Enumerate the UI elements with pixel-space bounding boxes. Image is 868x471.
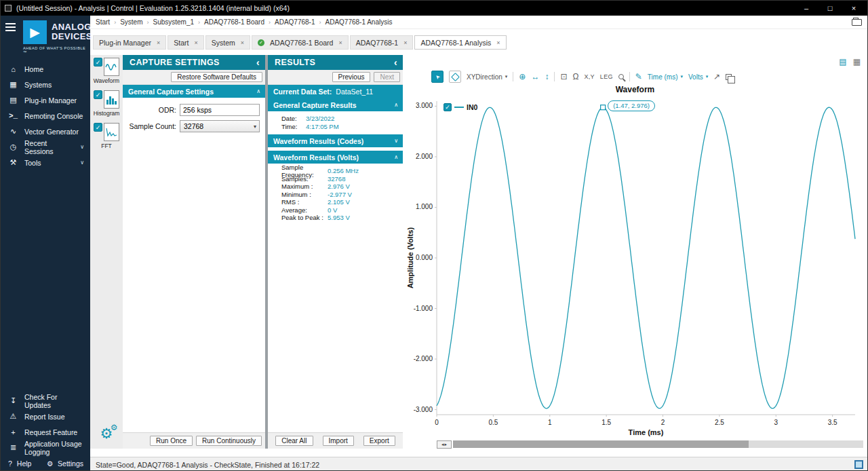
plot-area[interactable]: 3.0002.0001.0000.000-1.000-2.000-3.00000…: [406, 96, 865, 438]
close-icon[interactable]: ×: [338, 39, 342, 46]
tag-tool-button[interactable]: [449, 71, 461, 83]
general-capture-results-section[interactable]: General Capture Results ∧: [268, 98, 403, 111]
fit-view-icon[interactable]: ⊡: [560, 72, 567, 81]
pointer-tool-button[interactable]: ➤: [431, 71, 443, 83]
tool-histogram[interactable]: ✓ Histogram: [94, 90, 120, 117]
cursor-tooltip: (1.47, 2.976): [608, 100, 655, 111]
waveform-checkbox[interactable]: ✓: [94, 58, 102, 67]
next-dataset-button[interactable]: Next: [374, 72, 400, 82]
breadcrumb-item-start[interactable]: Start: [96, 18, 110, 26]
collapse-panel-icon[interactable]: ‹: [394, 57, 397, 68]
chevron-up-icon: ∧: [394, 154, 398, 160]
report-view-icon[interactable]: ▤: [839, 57, 846, 67]
xy-values-button[interactable]: X,Y: [584, 73, 594, 80]
series-in0-checkbox[interactable]: ✓: [443, 103, 452, 111]
tool-waveform[interactable]: ✓ Waveform: [94, 58, 119, 84]
sidebar-item-plugin-manager[interactable]: ▤ Plug-in Manager: [1, 92, 90, 108]
fft-tool-icon[interactable]: [104, 123, 119, 141]
previous-dataset-button[interactable]: Previous: [332, 72, 371, 82]
sidebar-item-recent-sessions[interactable]: ◷ Recent Sessions ∨: [1, 139, 90, 155]
svg-text:Amplitude (Volts): Amplitude (Volts): [406, 227, 414, 289]
close-icon[interactable]: ×: [241, 39, 244, 46]
waveform-results-codes-section[interactable]: Waveform Results (Codes) ∨: [268, 134, 403, 147]
tab-adaq7768-1-board[interactable]: ✓ ADAQ7768-1 Board ×: [252, 35, 349, 50]
grid-view-icon[interactable]: ▦: [853, 57, 861, 67]
close-icon[interactable]: ×: [496, 39, 500, 46]
histogram-checkbox[interactable]: ✓: [94, 90, 102, 99]
sidebar-item-request-feature[interactable]: + Request Feature: [1, 424, 90, 440]
section-title: Waveform Results (Volts): [273, 153, 359, 162]
sidebar-item-remoting-console[interactable]: >_ Remoting Console: [1, 108, 90, 124]
legend-toggle-button[interactable]: LEG: [600, 73, 613, 80]
sidebar-item-systems[interactable]: ▦ Systems: [1, 77, 90, 92]
plus-icon: +: [8, 428, 18, 436]
sidebar-item-check-for-updates[interactable]: ↧ Check For Updates: [1, 393, 90, 409]
layout-switch-icon[interactable]: [854, 460, 863, 469]
pan-tool-icon[interactable]: ⊕: [519, 72, 526, 81]
close-icon[interactable]: ×: [403, 39, 407, 46]
waveform-tool-icon[interactable]: [104, 58, 119, 76]
minimize-button[interactable]: –: [797, 4, 816, 12]
collapse-panel-icon[interactable]: ‹: [256, 57, 260, 68]
close-button[interactable]: ×: [844, 4, 863, 12]
breadcrumb-item-system[interactable]: System: [120, 18, 142, 26]
run-once-button[interactable]: Run Once: [150, 436, 193, 446]
sidebar-item-help[interactable]: ? Help: [8, 459, 31, 468]
breadcrumb-item-subsystem[interactable]: Subsystem_1: [153, 18, 194, 26]
fft-checkbox[interactable]: ✓: [94, 123, 102, 132]
result-label: Maximum :: [281, 183, 328, 190]
breadcrumb-item-analysis[interactable]: ADAQ7768-1 Analysis: [326, 18, 393, 26]
tab-adaq7768-1-analysis[interactable]: ADAQ7768-1 Analysis ×: [414, 35, 506, 50]
analysis-settings-gears-icon[interactable]: ⚙⚙: [100, 426, 113, 442]
time-unit-dropdown[interactable]: Time (ms) ▾: [648, 73, 683, 81]
close-icon[interactable]: ×: [157, 39, 160, 46]
sidebar-item-report-issue[interactable]: ⚠ Report Issue: [1, 409, 90, 424]
scroll-arrows-button[interactable]: ◂ ▸: [437, 440, 452, 449]
tool-label: Histogram: [94, 110, 120, 117]
hamburger-menu-icon[interactable]: [5, 23, 16, 24]
restore-defaults-button[interactable]: Restore Software Defaults: [171, 72, 262, 82]
current-dataset-bar: Current Data Set: DataSet_11: [268, 85, 403, 98]
scroll-thumb[interactable]: [453, 440, 749, 448]
sidebar-item-vector-generator[interactable]: ∿ Vector Generator: [1, 124, 90, 139]
general-capture-settings-section[interactable]: General Capture Settings ∧: [123, 85, 265, 98]
sidebar-item-application-usage-logging[interactable]: ≣ Application Usage Logging: [1, 440, 90, 455]
xy-direction-dropdown[interactable]: XYDirection ▾: [467, 73, 507, 81]
maximize-button[interactable]: □: [821, 4, 840, 12]
breadcrumb-item-board[interactable]: ADAQ7768-1 Board: [204, 18, 264, 26]
sidebar-item-home[interactable]: ⌂ Home: [1, 61, 90, 77]
tab-plugin-manager[interactable]: Plug-in Manager ×: [93, 35, 166, 50]
breadcrumb: Start › System › Subsystem_1 › ADAQ7768-…: [90, 16, 867, 29]
volts-unit-dropdown[interactable]: Volts ▾: [688, 73, 708, 81]
sidebar-item-label: Remoting Console: [24, 112, 83, 120]
svg-text:2.000: 2.000: [416, 153, 433, 160]
annotate-pen-icon[interactable]: ✎: [635, 72, 642, 81]
clear-all-button[interactable]: Clear All: [275, 436, 313, 446]
close-icon[interactable]: ×: [195, 39, 198, 46]
tool-fft[interactable]: ✓ FFT: [94, 123, 119, 149]
tab-start[interactable]: Start ×: [167, 35, 203, 50]
scroll-track[interactable]: [453, 440, 863, 448]
help-label: Help: [17, 459, 32, 468]
breadcrumb-item-device[interactable]: ADAQ7768-1: [275, 18, 315, 26]
result-value: -2.977 V: [328, 191, 352, 198]
zoom-vertical-icon[interactable]: ↕: [545, 72, 549, 81]
sidebar-item-settings[interactable]: ⚙ Settings: [47, 459, 83, 468]
zoom-horizontal-icon[interactable]: ↔: [531, 72, 539, 81]
odr-input[interactable]: [180, 104, 260, 116]
tab-adaq7768-1[interactable]: ADAQ7768-1 ×: [350, 35, 414, 50]
box-zoom-icon[interactable]: Ω: [572, 72, 578, 81]
waveform-plot[interactable]: 3.0002.0001.0000.000-1.000-2.000-3.00000…: [406, 96, 865, 438]
copy-chart-icon[interactable]: [726, 74, 732, 80]
session-folder-icon[interactable]: [852, 19, 862, 26]
run-continuously-button[interactable]: Run Continuously: [196, 436, 262, 446]
export-image-icon[interactable]: ↗: [713, 72, 720, 81]
sample-count-dropdown[interactable]: 32768 ▾: [180, 120, 260, 132]
magnifier-icon[interactable]: [618, 74, 624, 79]
export-button[interactable]: Export: [363, 436, 395, 446]
tab-system[interactable]: System ×: [205, 35, 250, 50]
waveform-results-volts-section[interactable]: Waveform Results (Volts) ∧: [268, 151, 403, 164]
import-button[interactable]: Import: [323, 436, 354, 446]
histogram-tool-icon[interactable]: [104, 90, 119, 109]
sidebar-item-tools[interactable]: ⚒ Tools ∨: [1, 155, 90, 170]
